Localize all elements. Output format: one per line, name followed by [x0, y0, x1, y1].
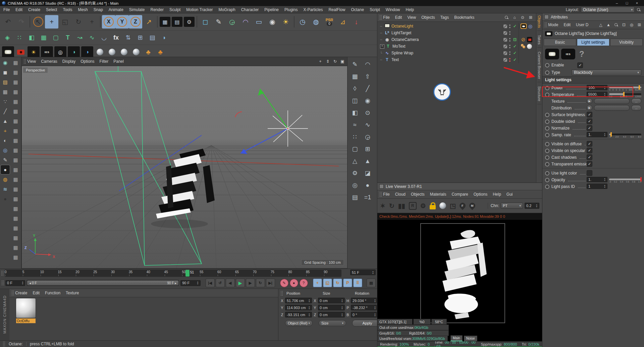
array-grid-icon[interactable]: ▦ [11, 165, 20, 174]
panel-grip[interactable] [11, 290, 14, 296]
enable-radio[interactable] [545, 63, 549, 67]
spinner-arrows[interactable]: ▲▼ [603, 86, 606, 90]
time-clock-icon[interactable]: ◷ [296, 15, 309, 29]
octane-scatter-icon[interactable]: ♣ [142, 46, 154, 58]
menu-file[interactable]: File [383, 192, 389, 197]
param-radio[interactable] [545, 86, 549, 90]
nurbs-icon[interactable]: ▤ [348, 191, 361, 203]
manager-tab-content-browser[interactable]: Content Browser [537, 51, 541, 82]
coord-system-icon[interactable]: ↗ [142, 15, 156, 29]
panel-grip[interactable] [379, 192, 382, 197]
spline-wrap-tool-icon[interactable]: ∿ [86, 32, 98, 43]
instance-tool-icon[interactable]: ◎ [348, 179, 361, 191]
enable-check[interactable]: ✓ [513, 57, 517, 62]
param-slider[interactable] [609, 134, 641, 135]
arc-tool-icon[interactable]: ◠ [361, 58, 374, 70]
menu-mograph[interactable]: MoGraph [219, 7, 235, 12]
ngon-one-icon[interactable]: =1 [361, 191, 374, 203]
menu-motion-tracker[interactable]: Motion Tracker [186, 7, 213, 12]
visibility-dots[interactable] [509, 58, 511, 62]
metaball-icon[interactable]: ● [361, 179, 374, 191]
goto-start-button[interactable]: |◀ [206, 279, 215, 287]
param-value-field[interactable]: 100.▲▼ [587, 85, 607, 90]
eye-icon-icon[interactable]: ⊙ [520, 15, 525, 20]
rotation-b-field[interactable]: 0 °▲▼ [351, 312, 378, 317]
preview-range-bar[interactable]: ◂ 0 F 90 F ▸ [27, 281, 178, 285]
enable-checkbox[interactable]: ✓ [577, 62, 583, 68]
maximize-button[interactable]: □ [622, 0, 632, 6]
material-thumbnail[interactable] [16, 298, 36, 318]
scene-camera-icon[interactable]: ◉ [266, 15, 279, 29]
link-field[interactable] [594, 98, 630, 104]
layer-chip[interactable] [503, 24, 507, 28]
position-y-field[interactable]: 114.903 cm▲▼ [285, 305, 312, 310]
search-icon-icon[interactable] [613, 22, 619, 28]
param-slider[interactable] [609, 93, 641, 95]
spinner-arrows[interactable]: ▲▼ [307, 313, 310, 317]
visibility-dots[interactable] [509, 51, 511, 55]
channel-select[interactable]: PT ▾ [501, 203, 523, 209]
octane-daylight-environment-icon[interactable]: ◑ [81, 46, 93, 58]
triangulate-icon[interactable]: △ [348, 155, 361, 167]
lock-y-icon[interactable]: Y [115, 15, 129, 29]
help-button[interactable]: ? [579, 49, 584, 59]
tracer-icon[interactable]: ↝ [74, 32, 86, 43]
octane-vdb-volume-icon[interactable]: ♣ [154, 46, 166, 58]
array-grid-icon[interactable]: ▦ [11, 126, 20, 135]
menu-animate[interactable]: Animate [109, 7, 123, 12]
motext-icon[interactable]: T [62, 32, 74, 43]
browse-button[interactable]: ... [631, 98, 641, 104]
param-value-field[interactable]: 1.▲▼ [587, 132, 607, 137]
subsample-field[interactable]: 0.2 ▲▼ [525, 203, 539, 209]
key-parameter-button[interactable]: P [343, 279, 352, 287]
menu-select[interactable]: Select [46, 7, 57, 12]
live-selection-icon[interactable]: ↖ [32, 15, 45, 29]
octane-daylight-icon[interactable]: ☀ [28, 46, 40, 58]
mograph-point-icon[interactable]: ◈ [1, 32, 13, 43]
spinner-arrows[interactable]: ▲▼ [340, 306, 343, 310]
playhead[interactable] [185, 270, 190, 277]
menu-window[interactable]: Window [386, 7, 400, 12]
param-radio[interactable] [545, 162, 549, 166]
layer-chip[interactable] [503, 45, 507, 48]
preview-range-slider[interactable]: ◂ 0 F 90 F ▸ [26, 280, 179, 286]
xpresso-icon[interactable]: ⇅ [122, 32, 134, 43]
key-scale-button[interactable]: ◱ [323, 279, 332, 287]
panel-grip[interactable] [23, 59, 26, 64]
dark-sphere-icon[interactable]: ● [1, 194, 10, 203]
param-radio[interactable] [545, 171, 549, 176]
edges-mode-icon[interactable]: ╱ [1, 107, 10, 116]
layer-chip[interactable] [503, 58, 507, 62]
manager-tab-takes[interactable]: Takes [537, 34, 541, 48]
menu-tags[interactable]: Tags [440, 15, 449, 20]
array-grid-icon[interactable]: ▦ [11, 97, 20, 106]
octane-specular-material-icon[interactable] [118, 46, 130, 58]
menu-materials[interactable]: Materials [430, 192, 446, 197]
region-render-icon[interactable]: R [409, 202, 417, 210]
add-icon-icon[interactable]: ⊞ [637, 22, 642, 28]
menu-cameras[interactable]: Cameras [41, 59, 57, 64]
magnet-icon[interactable]: ◉ [361, 95, 374, 107]
mograph-menu-icon[interactable]: ◍ [309, 15, 323, 29]
menu-plugins[interactable]: Plugins [284, 7, 298, 12]
param-radio[interactable] [545, 142, 549, 146]
kernel-settings-icon[interactable]: ⚙ [420, 202, 426, 210]
menu-realflow[interactable]: RealFlow [328, 7, 345, 12]
menu-file[interactable]: File [3, 7, 10, 12]
extrude-icon[interactable]: ⇧ [361, 70, 374, 83]
visibility-dots[interactable] [509, 45, 511, 48]
bevel-icon[interactable]: ◊ [348, 83, 361, 95]
array-grid-icon[interactable]: ▦ [11, 116, 20, 126]
menu-view[interactable]: View [27, 59, 36, 64]
slider-handle[interactable] [623, 92, 625, 96]
menu-cloud[interactable]: Cloud [395, 192, 406, 197]
render-picture-viewer-icon[interactable]: ▤ [172, 17, 182, 27]
autokeying-button[interactable]: ● [290, 279, 298, 287]
spinner-arrows[interactable]: ▲▼ [340, 299, 343, 303]
menu-panel[interactable]: Panel [113, 59, 124, 64]
menu-edit[interactable]: Edit [15, 7, 22, 12]
browse-button[interactable]: ... [631, 105, 641, 111]
cube-array-icon[interactable]: ▦ [348, 70, 361, 83]
restart-render-icon[interactable]: ↻ [389, 202, 394, 210]
render-canvas[interactable]: GTX 1070[T][6.1] %0 58°C Out-of-core use… [377, 220, 542, 341]
